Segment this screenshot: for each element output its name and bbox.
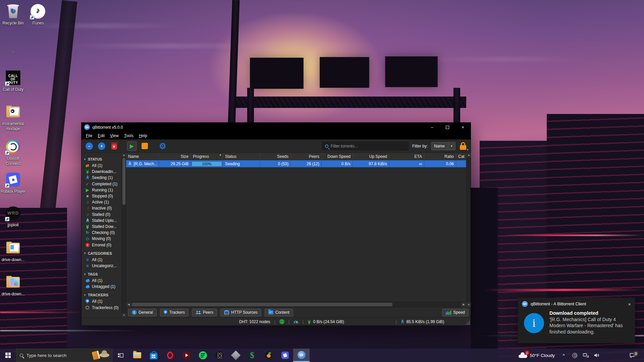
desktop-icon-jjsploit[interactable]: WRD↗ jjsploit xyxy=(0,205,26,228)
column-header-down-speed[interactable]: Down Speed xyxy=(322,153,353,160)
taskbar-fl-studio[interactable] xyxy=(260,349,277,362)
tab-peers[interactable]: Peers xyxy=(192,309,217,316)
taskbar-search-input[interactable] xyxy=(26,353,80,358)
menu-tools[interactable]: Tools xyxy=(122,133,136,139)
vertical-scrollbar[interactable]: ▲ ▼ xyxy=(466,153,471,307)
start-button[interactable] xyxy=(0,349,16,362)
scroll-up-arrow-icon[interactable]: ▲ xyxy=(467,153,471,157)
search-highlight-art[interactable] xyxy=(91,350,111,361)
filter-by-dropdown[interactable]: Name ▼ xyxy=(431,142,455,150)
trackers-section-header[interactable]: ▼TRACKERS xyxy=(82,292,121,298)
desktop-icon-itunes[interactable]: ♪↗ iTunes xyxy=(25,3,51,26)
title-bar[interactable]: qb qBittorrent v5.0.0 – × xyxy=(82,123,471,132)
column-header-name[interactable]: Name xyxy=(126,153,159,160)
sidebar-item-checking[interactable]: ↻Checking (0) xyxy=(82,230,121,236)
column-header-progress[interactable]: Progress▲ xyxy=(191,153,223,160)
sidebar-item-trackers-all[interactable]: All (1) xyxy=(82,298,121,304)
scroll-right-arrow-icon[interactable]: ▶ xyxy=(461,302,466,307)
speedometer-icon[interactable] xyxy=(293,319,299,324)
scroll-left-arrow-icon[interactable]: ◀ xyxy=(126,302,131,307)
torrent-row-selected[interactable]: ≫[R.G. Mech... 29.25 GiB 100% Seeding 0 … xyxy=(126,160,466,167)
scroll-down-arrow-icon[interactable]: ▼ xyxy=(467,303,471,307)
sidebar-item-stopped[interactable]: ■Stopped (0) xyxy=(82,193,121,199)
menu-file[interactable]: File xyxy=(84,133,95,139)
column-header-ratio[interactable]: Ratio xyxy=(424,153,456,160)
column-header-category[interactable]: Cat xyxy=(456,153,466,160)
desktop-icon-drive-download-1[interactable]: drive-down... xyxy=(0,240,26,262)
sidebar-item-untagged[interactable]: Untagged (1) xyxy=(82,284,121,290)
taskbar-xenos-injector[interactable]: × xyxy=(227,349,244,362)
sidebar-item-uncategorized[interactable]: ≡Uncategoriz... xyxy=(82,263,121,269)
sidebar-item-errored[interactable]: !Errored (0) xyxy=(82,242,121,248)
maximize-button[interactable] xyxy=(440,123,455,132)
scrollbar-thumb[interactable] xyxy=(122,158,125,205)
desktop-icon-recycle-bin[interactable]: ↻ Recycle Bin xyxy=(0,3,26,26)
column-header-size[interactable]: Size xyxy=(159,153,191,160)
add-torrent-link-button[interactable]: – xyxy=(85,142,94,150)
sidebar-item-seeding[interactable]: ≫Seeding (1) xyxy=(82,175,121,181)
torrent-filter-box[interactable] xyxy=(322,142,409,150)
taskbar-roblox[interactable] xyxy=(277,349,293,362)
taskbar-task-view[interactable] xyxy=(112,349,129,362)
horizontal-scrollbar[interactable]: ◀ ▶ xyxy=(126,302,466,307)
desktop-icon-call-of-duty[interactable]: CALLOF DUTY↗ Call of Duty xyxy=(0,70,26,92)
taskbar-spotify[interactable] xyxy=(195,349,211,362)
sidebar-item-inactive[interactable]: ↓↑Inactive (0) xyxy=(82,205,121,211)
tags-section-header[interactable]: ▼TAGS xyxy=(82,271,121,278)
sidebar-item-completed[interactable]: ✓Completed (1) xyxy=(82,181,121,187)
network-button[interactable] xyxy=(581,349,591,362)
tab-http-sources[interactable]: HTTP Sources xyxy=(220,309,261,316)
notification-toast[interactable]: qb qBittorrent - A Bittorrent Client × i… xyxy=(518,298,635,343)
sidebar-item-downloading[interactable]: ≫Downloadin... xyxy=(82,169,121,175)
sidebar-item-categories-all[interactable]: ≡All (1) xyxy=(82,257,121,263)
scroll-down-arrow-icon[interactable]: ▼ xyxy=(122,313,126,317)
tab-trackers[interactable]: Trackers xyxy=(160,309,189,316)
action-center-button[interactable]: 3 xyxy=(624,353,640,358)
desktop-icon-roblox-player[interactable]: ↗ Roblox Player xyxy=(0,172,26,194)
stop-button[interactable] xyxy=(140,142,149,150)
add-torrent-file-button[interactable]: + xyxy=(97,142,106,150)
tab-general[interactable]: iGeneral xyxy=(128,309,157,316)
taskbar-microsoft-store[interactable] xyxy=(145,349,162,362)
sidebar-item-trackerless[interactable]: Trackerless (0) xyxy=(82,305,121,311)
column-header-peers[interactable]: Peers xyxy=(291,153,322,160)
connection-globe-icon[interactable] xyxy=(279,319,284,324)
taskbar-youtube-music[interactable] xyxy=(178,349,195,362)
resize-grip[interactable] xyxy=(466,320,470,325)
column-header-up-speed[interactable]: Up Speed xyxy=(353,153,389,160)
scrollbar-thumb[interactable] xyxy=(132,303,392,306)
menu-help[interactable]: Help xyxy=(137,133,150,139)
sidebar-item-stalled-downloading[interactable]: ≫Stalled Dow... xyxy=(82,224,121,230)
desktop-icon-instramental-mixtape[interactable]: ▶ instramental mixtape xyxy=(0,104,26,131)
desktop-icon-drive-download-2[interactable]: drive-down... xyxy=(0,274,26,297)
column-header-eta[interactable]: ETA xyxy=(389,153,424,160)
sidebar-item-stalled[interactable]: ↓↑Stalled (0) xyxy=(82,212,121,218)
taskbar-money-app[interactable]: $ xyxy=(244,349,260,362)
taskbar-opera[interactable] xyxy=(162,349,178,362)
speed-button[interactable]: Speed xyxy=(442,309,469,316)
taskbar-atom-app[interactable] xyxy=(211,349,227,362)
menu-view[interactable]: View xyxy=(108,133,121,139)
sidebar-item-all[interactable]: ⇄All (1) xyxy=(82,163,121,169)
desktop-icon-ubisoft-connect[interactable]: ↗ Ubisoft Connect xyxy=(0,139,26,166)
close-button[interactable]: × xyxy=(455,123,471,132)
categories-section-header[interactable]: ▼CATEGORIES xyxy=(82,250,121,257)
options-button[interactable]: ⚙ xyxy=(158,142,167,150)
sidebar-item-active[interactable]: ↓↑Active (1) xyxy=(82,199,121,205)
taskbar-qbittorrent[interactable]: qb xyxy=(293,349,310,362)
minimize-button[interactable]: – xyxy=(424,123,440,132)
resume-button[interactable]: ▶ xyxy=(127,141,137,151)
taskbar-weather[interactable]: 1 50°F Cloudy xyxy=(515,349,559,362)
taskbar-file-explorer[interactable] xyxy=(129,349,145,362)
scroll-up-arrow-icon[interactable]: ▲ xyxy=(122,153,126,157)
sidebar-scrollbar[interactable]: ▲ ▼ xyxy=(121,153,126,317)
status-section-header[interactable]: ▼STATUS xyxy=(82,156,121,163)
torrent-filter-input[interactable] xyxy=(331,144,406,148)
show-hidden-icons-button[interactable]: ^ xyxy=(559,349,569,362)
column-header-seeds[interactable]: Seeds xyxy=(260,153,291,160)
lock-button[interactable]: ▾ xyxy=(459,142,467,150)
column-header-status[interactable]: Status xyxy=(223,153,260,160)
tab-content[interactable]: Content xyxy=(265,309,293,316)
sidebar-item-running[interactable]: ▶Running (1) xyxy=(82,187,121,193)
sidebar-item-tags-all[interactable]: All (1) xyxy=(82,278,121,284)
